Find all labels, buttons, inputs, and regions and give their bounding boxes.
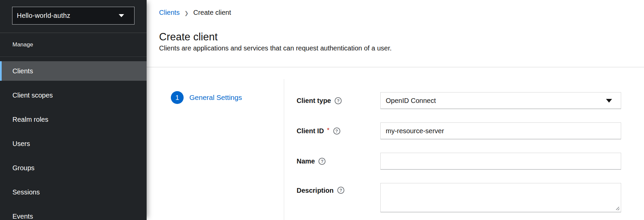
description-label: Description	[297, 187, 334, 194]
help-icon[interactable]: ?	[335, 97, 342, 104]
sidebar-item-events[interactable]: Events	[0, 207, 147, 220]
sidebar-item-sessions[interactable]: Sessions	[0, 182, 147, 202]
caret-down-icon	[119, 14, 124, 17]
form-row-name: Name ?	[297, 153, 621, 170]
form-row-description: Description ?	[297, 183, 621, 212]
name-input[interactable]	[380, 153, 621, 170]
sidebar-item-groups[interactable]: Groups	[0, 158, 147, 178]
name-label: Name	[297, 157, 315, 165]
page-header: Clients ❯ Create client Create client Cl…	[147, 0, 644, 67]
step-number-badge: 1	[171, 91, 184, 104]
realm-selector-section: Hello-world-authz	[0, 0, 147, 33]
nav-list: Clients Client scopes Realm roles Users …	[0, 57, 147, 220]
resize-handle-icon[interactable]	[615, 206, 620, 211]
sidebar: Hello-world-authz Manage Clients Client …	[0, 0, 147, 220]
breadcrumb-current: Create client	[193, 9, 231, 16]
client-type-label: Client type	[297, 97, 331, 105]
sidebar-item-realm-roles[interactable]: Realm roles	[0, 110, 147, 129]
main-content: Clients ❯ Create client Create client Cl…	[147, 0, 644, 220]
description-textarea[interactable]	[380, 183, 621, 212]
form-row-client-type: Client type ? OpenID Connect	[297, 92, 621, 109]
sidebar-item-label: Sessions	[12, 188, 40, 196]
nav-section-header: Manage	[0, 33, 147, 57]
sidebar-item-label: Events	[12, 213, 33, 220]
help-icon[interactable]: ?	[337, 187, 344, 194]
client-type-selected-value: OpenID Connect	[386, 97, 436, 105]
sidebar-item-label: Client scopes	[12, 91, 53, 99]
form-row-client-id: Client ID * ?	[297, 122, 621, 139]
wizard-step-general-settings[interactable]: 1 General Settings	[171, 91, 284, 104]
page-title: Create client	[159, 31, 218, 43]
client-type-select[interactable]: OpenID Connect	[380, 92, 621, 109]
chevron-right-icon: ❯	[184, 10, 189, 16]
sidebar-item-label: Clients	[12, 67, 33, 75]
realm-selector-label: Hello-world-authz	[17, 12, 70, 20]
nav-section-title: Manage	[12, 41, 33, 48]
client-id-label-group: Client ID * ?	[297, 122, 380, 139]
client-id-label: Client ID	[297, 127, 324, 135]
name-label-group: Name ?	[297, 153, 380, 170]
client-type-label-group: Client type ?	[297, 92, 380, 109]
help-icon[interactable]: ?	[318, 158, 326, 165]
client-id-input[interactable]	[380, 122, 621, 139]
breadcrumb: Clients ❯ Create client	[159, 9, 231, 16]
sidebar-item-clients[interactable]: Clients	[0, 61, 147, 81]
sidebar-item-label: Realm roles	[12, 116, 48, 123]
realm-selector[interactable]: Hello-world-authz	[12, 7, 135, 25]
sidebar-item-users[interactable]: Users	[0, 134, 147, 153]
description-label-group: Description ?	[297, 183, 380, 212]
caret-down-icon	[606, 99, 612, 103]
sidebar-item-label: Groups	[12, 164, 35, 172]
create-client-form: Client type ? OpenID Connect Client ID *…	[284, 79, 644, 220]
help-icon[interactable]: ?	[333, 127, 340, 135]
breadcrumb-clients-link[interactable]: Clients	[159, 9, 180, 16]
wizard-step-label: General Settings	[189, 94, 242, 102]
required-indicator: *	[327, 126, 329, 134]
page-subtitle: Clients are applications and services th…	[159, 44, 392, 52]
wizard-nav: 1 General Settings	[147, 79, 284, 220]
sidebar-item-label: Users	[12, 140, 30, 148]
sidebar-item-client-scopes[interactable]: Client scopes	[0, 85, 147, 105]
wizard: 1 General Settings Client type ? OpenID …	[147, 79, 644, 220]
